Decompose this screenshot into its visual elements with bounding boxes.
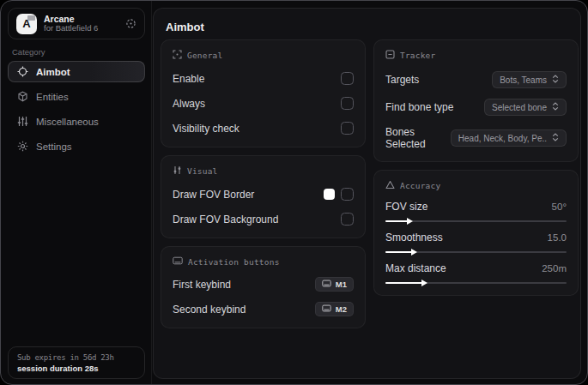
section-title: General [187, 51, 222, 60]
logo-letter: A [22, 17, 30, 30]
bones-selected-select[interactable]: Head, Neck, Body, Pe.. [451, 129, 567, 147]
scan-icon [173, 50, 182, 61]
app-subtitle: for Battlefield 6 [44, 24, 118, 33]
activation-buttons-card: Activation buttons First keybind M1 S [161, 246, 366, 328]
fov-size-slider[interactable] [385, 220, 567, 222]
setting-row: Enable [173, 71, 354, 86]
sidebar-item-label: Entities [36, 92, 69, 102]
gear-icon [17, 141, 28, 152]
session-duration-text: session duration 28s [17, 364, 136, 373]
slider-thumb[interactable] [411, 249, 417, 256]
max-distance-setting: Max distance 250m [385, 262, 567, 284]
setting-row: Always [173, 96, 354, 111]
tracker-icon [385, 50, 395, 61]
setting-row: Visibility check [173, 121, 354, 135]
find-bone-type-select[interactable]: Selected bone [484, 99, 567, 116]
max-distance-slider[interactable] [385, 282, 567, 284]
setting-row: Draw FOV Background [173, 212, 354, 226]
slider-thumb[interactable] [407, 218, 413, 225]
brand-card: A Arcane for Battlefield 6 [8, 8, 145, 39]
setting-row: Draw FOV Border [173, 187, 354, 202]
app-logo: A [16, 14, 37, 34]
category-label: Category [12, 47, 45, 57]
slider-thumb[interactable] [421, 280, 427, 286]
triangle-icon [385, 180, 395, 191]
sidebar-item-miscellaneous[interactable]: Miscellaneous [8, 111, 145, 132]
general-card: General Enable Always Visibility check [161, 39, 366, 147]
unfold-icon [552, 133, 559, 143]
subscription-info: Sub expires in 56d 23h session duration … [8, 346, 145, 379]
checkbox-draw-fov-background[interactable] [341, 213, 354, 226]
first-keybind-button[interactable]: M1 [315, 277, 354, 292]
adjust-icon [173, 165, 182, 177]
main-panel: Aimbot General Enable Always [153, 8, 581, 379]
section-title: Visual [187, 166, 218, 176]
sidebar-nav: Aimbot Entities Miscellaneous [8, 61, 145, 160]
setting-row: Bones Selected Head, Neck, Body, Pe.. [385, 126, 567, 150]
sidebar: A Arcane for Battlefield 6 Category Aimb… [1, 1, 152, 384]
smoothness-setting: Smoothness 15.0 [385, 232, 567, 253]
section-title: Accuracy [400, 181, 440, 190]
right-column: Tracker Targets Bots, Teams Find bone [373, 39, 579, 304]
smoothness-slider[interactable] [385, 251, 567, 253]
keyboard-icon [322, 304, 331, 314]
checkbox-enable[interactable] [341, 72, 354, 85]
left-column: General Enable Always Visibility check [161, 39, 366, 336]
unfold-icon [552, 102, 559, 112]
second-keybind-button[interactable]: M2 [315, 302, 354, 316]
sidebar-item-label: Miscellaneous [36, 117, 99, 127]
page-title: Aimbot [166, 21, 204, 33]
max-distance-value: 250m [542, 263, 567, 274]
app-window: A Arcane for Battlefield 6 Category Aimb… [0, 0, 588, 385]
sidebar-item-entities[interactable]: Entities [8, 86, 145, 107]
sync-icon[interactable] [125, 18, 136, 29]
smoothness-value: 15.0 [548, 232, 567, 243]
sidebar-item-settings[interactable]: Settings [8, 135, 145, 157]
entities-icon [17, 91, 28, 102]
keyboard-icon [322, 280, 331, 289]
accuracy-card: Accuracy FOV size 50° Smoothness 15.0 [373, 170, 579, 296]
keyboard-icon [173, 256, 183, 267]
fov-size-value: 50° [552, 202, 567, 212]
visual-card: Visual Draw FOV Border Draw FOV Backgrou… [161, 155, 366, 238]
crosshair-icon [17, 66, 28, 77]
fov-border-color-swatch[interactable] [324, 189, 335, 200]
setting-row: First keybind M1 [173, 277, 354, 292]
targets-select[interactable]: Bots, Teams [492, 71, 567, 88]
sidebar-item-label: Aimbot [36, 67, 70, 77]
sidebar-item-aimbot[interactable]: Aimbot [8, 61, 145, 82]
tracker-card: Tracker Targets Bots, Teams Find bone [373, 39, 579, 162]
sliders-icon [17, 116, 28, 127]
setting-row: Second keybind M2 [173, 302, 354, 316]
setting-row: Targets Bots, Teams [385, 71, 567, 88]
section-title: Activation buttons [188, 257, 280, 267]
fov-size-setting: FOV size 50° [385, 201, 567, 222]
sub-expiry-text: Sub expires in 56d 23h [17, 353, 136, 362]
section-title: Tracker [400, 51, 435, 60]
unfold-icon [552, 75, 559, 85]
checkbox-visibility-check[interactable] [341, 122, 354, 135]
setting-row: Find bone type Selected bone [385, 99, 567, 116]
sidebar-item-label: Settings [36, 141, 72, 152]
checkbox-draw-fov-border[interactable] [341, 188, 354, 201]
checkbox-always[interactable] [341, 97, 354, 110]
